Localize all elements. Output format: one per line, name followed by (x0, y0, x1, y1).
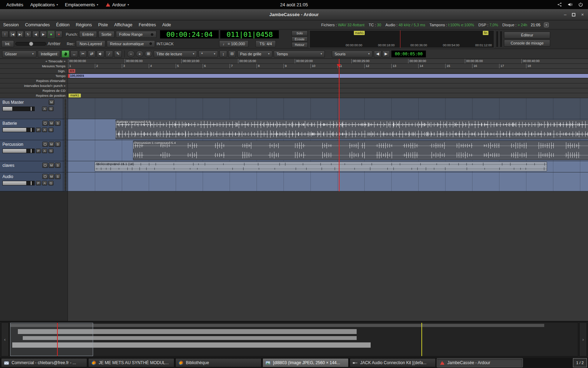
play-selection-button[interactable]: ◀ (32, 31, 39, 38)
record-button[interactable]: ● (55, 31, 62, 38)
tempo-marker[interactable] (68, 74, 70, 78)
midi-panic-button[interactable]: ! (1, 31, 8, 38)
track-header-percussion[interactable]: PercussionMSPAG (0, 140, 68, 161)
record-arm-button[interactable] (42, 121, 48, 126)
gain-fader[interactable] (2, 149, 35, 153)
zoom-preset-dropdown[interactable]: *▾ (198, 50, 218, 57)
ruler-rep-res-d-intervalle[interactable] (68, 79, 588, 83)
loop-button[interactable]: ↻ (24, 31, 31, 38)
position-marker[interactable]: mark1 (69, 94, 81, 97)
mini-timeline-marker[interactable]: mark1 (354, 31, 365, 35)
record-arm-button[interactable] (42, 174, 48, 179)
power-icon[interactable] (578, 2, 583, 7)
record-mode-button[interactable]: Non-Layered (76, 40, 105, 47)
audio-region[interactable]: Percussion:1 compound-5.4 (133, 141, 588, 160)
menu-item-aide[interactable]: Aide (159, 20, 174, 29)
minimize-button[interactable]: – (564, 12, 566, 17)
close-button[interactable]: × (581, 12, 584, 17)
taskbar-window-dl8803-image-jpeg-2560-1[interactable]: [dl8803 (Image JPEG, 2560 × 144... (262, 358, 349, 367)
ruler-label-sign[interactable]: Sign. (0, 69, 68, 73)
taskbar-window-jambecass-e-ardour[interactable]: JambeCassée - Ardour (437, 358, 523, 367)
mute-button[interactable]: M (49, 174, 54, 179)
solo-button[interactable]: S (55, 163, 61, 168)
menu-item-session[interactable]: Session (0, 20, 22, 29)
monitor-solo-button[interactable]: Solo (292, 30, 308, 36)
mixer-window-button[interactable]: Console de mixage (504, 40, 550, 47)
status-indicator-icon[interactable] (544, 22, 549, 27)
nudge-clock[interactable]: 00:00:05:00 (391, 50, 426, 57)
gain-fader[interactable] (2, 181, 35, 185)
activities-button[interactable]: Activités (3, 0, 27, 9)
window-title-bar[interactable]: JambeCassée - Ardour – × (0, 9, 588, 20)
zoom-out-button[interactable]: − (127, 50, 135, 57)
ruler-rep-res-de-cd[interactable] (68, 88, 588, 93)
punch-out-button[interactable]: Sortie (98, 31, 115, 38)
ruler-mesures-temps[interactable]: 123456789101112131415161718 (68, 64, 588, 68)
solo-button[interactable]: S (55, 142, 61, 147)
track-lane-batterie[interactable]: Batterie compound-5.6 (68, 119, 588, 140)
menu-item-fen-tres[interactable]: Fenêtres (135, 20, 159, 29)
summary-view-rect[interactable] (10, 323, 93, 356)
taskbar-window-biblioth-que[interactable]: Bibliothèque (175, 358, 261, 367)
gain-fader[interactable] (2, 128, 35, 132)
secondary-clock[interactable]: 011|01|0458 (220, 30, 279, 39)
punch-in-button[interactable]: Entrée (79, 31, 97, 38)
edit-point-dropdown[interactable]: Tête de lecture▾ (154, 50, 197, 57)
smart-mode-button[interactable]: Intelligent (38, 50, 60, 57)
app-menu-ardour[interactable]: Ardour▾ (102, 0, 133, 9)
workspace-pager[interactable]: 1 / 2 (573, 358, 587, 367)
track-header-audio[interactable]: AudioMSPAG (0, 172, 68, 191)
stop-button[interactable]: ■ (48, 31, 55, 38)
draw-tool-button[interactable]: ∕ (105, 50, 113, 57)
ruler-rep-res-de-position[interactable]: mark1 (68, 93, 588, 98)
mute-button[interactable]: M (49, 100, 54, 105)
shuttle-mode-label[interactable]: Arrêter (48, 41, 61, 46)
ruler-label-rep-res-de-position[interactable]: Repères de position (0, 93, 68, 98)
maximize-button[interactable] (572, 13, 575, 16)
track-header-claves[interactable]: clavesMS (0, 161, 68, 172)
track-name[interactable]: Batterie (2, 121, 17, 126)
track-lane-audio[interactable] (68, 172, 588, 191)
shuttle-thumb[interactable] (29, 42, 33, 46)
ruler-intervalles-boucle-punch[interactable] (68, 83, 588, 88)
solo-button[interactable]: S (55, 121, 61, 126)
summary-scroll-left-button[interactable]: ‹ (1, 322, 9, 356)
mini-timeline-marker[interactable]: fin (483, 31, 489, 35)
volume-icon[interactable] (568, 2, 573, 7)
cut-tool-button[interactable]: ✂ (79, 50, 87, 57)
tempo-bar[interactable] (68, 74, 588, 78)
taskbar-window-je-me-mets-au-synth-modu[interactable]: JE ME METS AU SYNTHÉ MODUL... (88, 358, 174, 367)
sync-internal-button[interactable]: Int. (1, 40, 14, 47)
ruler-label-tempo[interactable]: Tempo (0, 74, 68, 78)
edit-tool-button[interactable]: ✎ (114, 50, 122, 57)
follow-range-button[interactable]: Follow Range (116, 31, 156, 38)
record-arm-button[interactable] (42, 163, 48, 168)
grid-mode-dropdown[interactable]: Pas de grille▾ (237, 50, 272, 57)
playhead-line[interactable] (339, 59, 340, 191)
monitor-coute-button[interactable]: Écoute (292, 36, 308, 42)
nudge-forward-button[interactable]: ▶ (382, 50, 390, 57)
places-menu[interactable]: Emplacements▾ (62, 0, 102, 9)
track-name[interactable]: Audio (2, 174, 13, 179)
stretch-tool-button[interactable]: ⇄ (88, 50, 96, 57)
track-scroll-strip[interactable] (63, 98, 68, 191)
meter-button[interactable]: TS: 4/4 (255, 40, 276, 47)
tempo-button[interactable]: ♩ = 100,000 (219, 40, 248, 47)
mute-button[interactable]: M (49, 163, 54, 168)
menu-item-r-gions[interactable]: Régions (73, 20, 95, 29)
record-arm-button[interactable] (42, 142, 48, 147)
menu-item-dition[interactable]: Édition (53, 20, 72, 29)
track-canvas[interactable]: Batterie compound-5.6Percussion:1 compou… (68, 98, 588, 321)
automation-button[interactable]: A (42, 181, 47, 185)
ruler-tempo[interactable]: 100,000/4 (68, 74, 588, 78)
track-header-batterie[interactable]: BatterieMSPAG (0, 119, 68, 140)
auto-return-button[interactable]: Retour automatique (107, 40, 155, 47)
sync-source-label[interactable]: INT/JACK (156, 42, 174, 46)
automation-button[interactable]: A (42, 107, 47, 111)
ruler-label-mesures-temps[interactable]: Mesures:Temps (0, 64, 68, 68)
primary-clock[interactable]: 00:00:24:04 (160, 30, 219, 39)
shuttle-speed-slider[interactable] (15, 42, 46, 46)
meter-marker[interactable]: 4/4 (69, 69, 75, 73)
menu-item-piste[interactable]: Piste (95, 20, 111, 29)
playlist-button[interactable]: P (36, 181, 41, 185)
